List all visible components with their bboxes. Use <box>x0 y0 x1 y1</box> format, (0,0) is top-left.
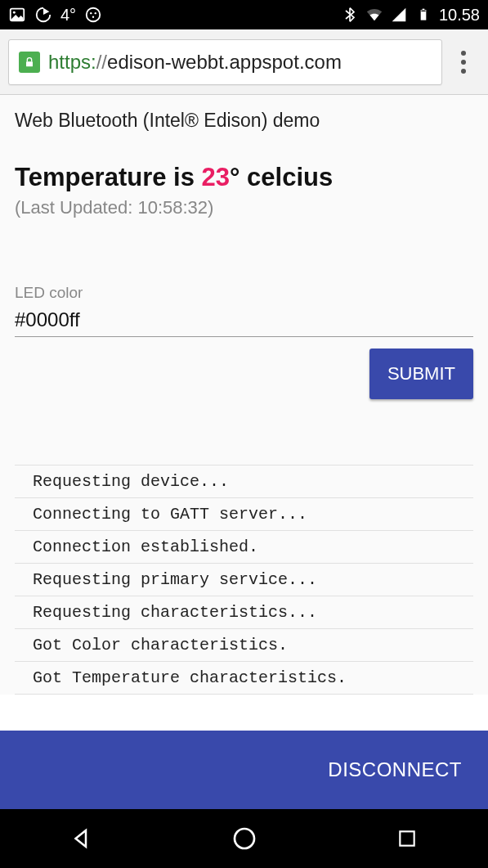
temperature-prefix: Temperature is <box>15 163 202 191</box>
svg-point-3 <box>90 12 92 14</box>
log-list: Requesting device... Connecting to GATT … <box>15 465 473 695</box>
status-clock: 10.58 <box>439 6 480 25</box>
lock-icon <box>19 52 40 73</box>
temperature-heading: Temperature is 23° celcius <box>15 163 473 192</box>
log-row: Requesting device... <box>15 465 473 498</box>
battery-icon <box>414 6 432 24</box>
svg-rect-9 <box>26 61 33 66</box>
bottom-action-bar: DISCONNECT <box>0 731 488 809</box>
bluetooth-icon <box>341 6 359 24</box>
temperature-value: 23 <box>202 163 230 191</box>
svg-point-2 <box>87 8 101 22</box>
log-row: Requesting primary service... <box>15 564 473 596</box>
android-status-bar: 4° 10.58 <box>0 0 488 29</box>
wifi-icon <box>365 6 383 24</box>
updated-time: 10:58:32 <box>137 197 208 218</box>
url-text: https://edison-webbt.appspot.com <box>48 51 342 74</box>
svg-rect-11 <box>400 831 414 845</box>
url-host: edison-webbt.appspot.com <box>107 51 342 73</box>
face-icon <box>84 6 102 24</box>
updated-suffix: ) <box>208 197 213 218</box>
submit-button[interactable]: SUBMIT <box>369 349 473 399</box>
log-row: Connection established. <box>15 531 473 564</box>
updated-prefix: (Last Updated: <box>15 197 137 218</box>
svg-rect-8 <box>421 11 425 11</box>
url-separator: // <box>96 51 107 73</box>
temperature-suffix: ° celcius <box>230 163 333 191</box>
status-temperature: 4° <box>60 6 76 25</box>
cell-signal-icon <box>390 6 408 24</box>
image-icon <box>8 6 26 24</box>
svg-point-1 <box>13 11 16 14</box>
led-color-label: LED color <box>15 284 473 302</box>
home-button[interactable] <box>230 824 259 853</box>
log-row: Got Temperature characteristics. <box>15 662 473 695</box>
url-scheme: https: <box>48 51 96 73</box>
last-updated: (Last Updated: 10:58:32) <box>15 197 473 218</box>
recents-button[interactable] <box>392 824 422 853</box>
svg-rect-7 <box>423 9 425 11</box>
svg-point-10 <box>235 829 254 848</box>
log-row: Connecting to GATT server... <box>15 498 473 531</box>
svg-point-5 <box>92 16 94 18</box>
back-button[interactable] <box>67 824 96 853</box>
disconnect-button[interactable]: DISCONNECT <box>328 758 462 781</box>
url-bar[interactable]: https://edison-webbt.appspot.com <box>8 39 442 85</box>
circle-ring-icon <box>34 6 52 24</box>
demo-title: Web Bluetooth (Intel® Edison) demo <box>15 110 473 132</box>
svg-point-4 <box>95 12 96 14</box>
android-nav-bar <box>0 809 488 868</box>
log-row: Requesting characteristics... <box>15 596 473 629</box>
page-content: Web Bluetooth (Intel® Edison) demo Tempe… <box>0 95 488 695</box>
led-color-input[interactable] <box>15 305 473 337</box>
log-row: Got Color characteristics. <box>15 629 473 662</box>
overflow-menu-icon[interactable] <box>447 51 480 74</box>
browser-toolbar: https://edison-webbt.appspot.com <box>0 29 488 95</box>
